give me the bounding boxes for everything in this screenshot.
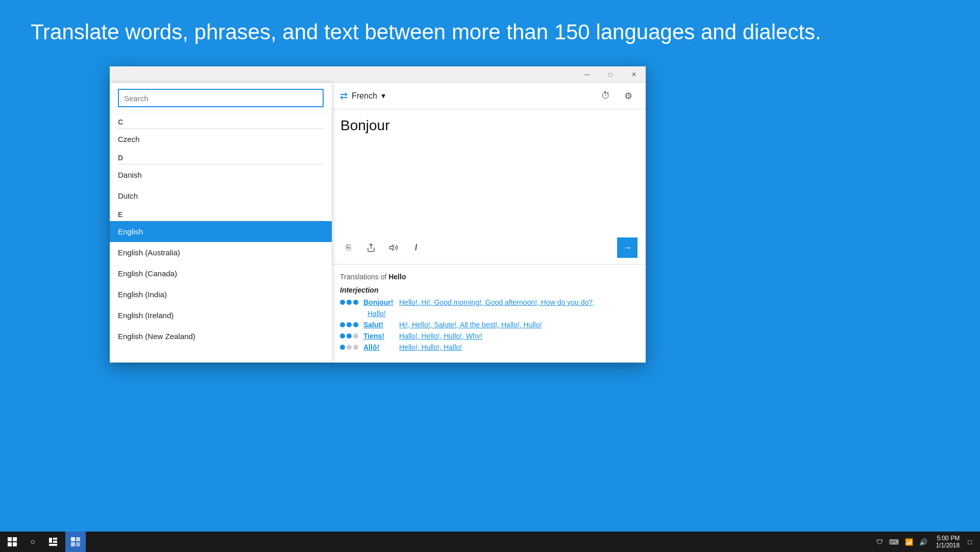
- def-row: Allô! Hello!, Hullo!, Hallo!: [340, 343, 638, 351]
- keyboard-icon[interactable]: ⌨: [887, 538, 901, 546]
- app-taskbar-icon[interactable]: [65, 532, 86, 552]
- share-icon-btn[interactable]: [363, 239, 379, 256]
- dots-2: [340, 321, 358, 327]
- def-alts-4[interactable]: Hello!, Hullo!, Hallo!: [399, 343, 462, 351]
- search-input[interactable]: [118, 89, 324, 107]
- list-item[interactable]: Dutch: [110, 185, 332, 206]
- svg-rect-7: [53, 541, 57, 543]
- def-word-salut[interactable]: Salut!: [363, 321, 394, 329]
- svg-rect-9: [71, 537, 75, 541]
- right-panel: ⇄ French ▾ ⏱ ⚙ Bonjour ⎘: [332, 83, 646, 363]
- translation-area: Bonjour ⎘: [332, 109, 646, 264]
- list-item[interactable]: English (Ireland): [110, 305, 332, 326]
- def-alts-1b[interactable]: Hallo!: [368, 309, 386, 318]
- dots-3: [340, 332, 358, 339]
- volume-icon[interactable]: 🔊: [917, 538, 929, 546]
- def-word-bonjour[interactable]: Bonjour!: [363, 298, 394, 306]
- svg-rect-3: [8, 542, 12, 546]
- def-alts-1[interactable]: Hello!, Hi!, Good morning!, Good afterno…: [399, 298, 595, 306]
- task-view-button[interactable]: [43, 532, 63, 552]
- italic-icon-btn[interactable]: I: [408, 239, 424, 256]
- svg-rect-11: [71, 542, 75, 546]
- svg-rect-6: [53, 538, 57, 540]
- target-area: Bonjour ⎘: [332, 109, 646, 264]
- history-button[interactable]: ⏱: [597, 87, 615, 105]
- goto-button[interactable]: →: [617, 237, 638, 258]
- list-item[interactable]: Danish: [110, 164, 332, 185]
- system-time[interactable]: 5:00 PM 1/1/2018: [932, 535, 964, 549]
- notification-icon[interactable]: 🛡: [874, 538, 885, 546]
- close-button[interactable]: ✕: [622, 66, 646, 83]
- title-bar: — □ ✕: [110, 66, 646, 83]
- svg-rect-8: [49, 544, 57, 546]
- def-alts-3[interactable]: Hallo!, Hello!, Hullo!, Why!: [399, 332, 482, 340]
- svg-rect-2: [13, 537, 17, 541]
- def-word-tiens[interactable]: Tiens!: [363, 332, 394, 340]
- def-word: Hello: [388, 273, 406, 281]
- search-box-wrapper: [110, 83, 332, 114]
- group-header-c: C: [110, 114, 332, 128]
- headline: Translate words, phrases, and text betwe…: [31, 19, 949, 45]
- sound-icon-btn[interactable]: [385, 239, 402, 256]
- app-content: C Czech D Danish Dutch E English English…: [110, 83, 646, 363]
- translated-text: Bonjour: [340, 117, 638, 134]
- taskbar: ○ 🛡 ⌨ 📶 🔊 5:00 PM 1/1/2018 □: [0, 532, 980, 552]
- network-icon[interactable]: 📶: [903, 538, 915, 546]
- maximize-button[interactable]: □: [599, 66, 622, 83]
- list-item[interactable]: Czech: [110, 129, 332, 150]
- taskbar-right: 🛡 ⌨ 📶 🔊 5:00 PM 1/1/2018 □: [874, 535, 978, 549]
- def-row: Salut! Hi!, Hello!, Salute!, All the bes…: [340, 321, 638, 329]
- copy-icon-btn[interactable]: ⎘: [340, 239, 357, 256]
- cortana-button[interactable]: ○: [22, 532, 43, 552]
- target-icons: ⎘ I →: [340, 237, 638, 258]
- start-button[interactable]: [2, 532, 22, 552]
- group-header-d: D: [110, 150, 332, 164]
- def-word-allo[interactable]: Allô!: [363, 343, 394, 351]
- swap-icon[interactable]: ⇄: [340, 90, 348, 102]
- svg-rect-10: [76, 537, 80, 541]
- def-header: Translations of Hello: [340, 273, 638, 281]
- action-center-icon[interactable]: □: [966, 538, 974, 546]
- target-language-label: French: [352, 91, 377, 101]
- translator-toolbar: ⇄ French ▾ ⏱ ⚙: [332, 83, 646, 109]
- minimize-button[interactable]: —: [575, 66, 599, 83]
- dots-1: [340, 298, 358, 305]
- def-alts-2[interactable]: Hi!, Hello!, Salute!, All the best!, Hal…: [399, 321, 542, 329]
- target-language-selector[interactable]: French ▾: [352, 91, 385, 101]
- svg-rect-5: [49, 538, 52, 543]
- settings-button[interactable]: ⚙: [619, 87, 638, 105]
- list-item-english[interactable]: English: [110, 221, 332, 242]
- list-item[interactable]: English (India): [110, 284, 332, 305]
- list-item[interactable]: English (Canada): [110, 263, 332, 284]
- def-row: Bonjour! Hello!, Hi!, Good morning!, Goo…: [340, 298, 638, 306]
- app-window: — □ ✕ C Czech D Danish Dutch E English E…: [110, 66, 646, 363]
- svg-rect-4: [13, 542, 17, 546]
- svg-rect-12: [76, 542, 80, 546]
- dots-4: [340, 343, 358, 350]
- list-item[interactable]: English (New Zealand): [110, 326, 332, 347]
- language-list[interactable]: C Czech D Danish Dutch E English English…: [110, 114, 332, 363]
- language-dropdown: C Czech D Danish Dutch E English English…: [110, 83, 332, 363]
- def-row: Tiens! Hallo!, Hello!, Hullo!, Why!: [340, 332, 638, 340]
- list-item[interactable]: English (Australia): [110, 242, 332, 263]
- chevron-down-icon: ▾: [381, 91, 385, 101]
- group-header-e: E: [110, 206, 332, 221]
- svg-rect-1: [8, 537, 12, 541]
- definitions-panel: Translations of Hello Interjection Bonjo…: [332, 264, 646, 363]
- def-category: Interjection: [340, 286, 638, 294]
- svg-marker-0: [390, 245, 394, 251]
